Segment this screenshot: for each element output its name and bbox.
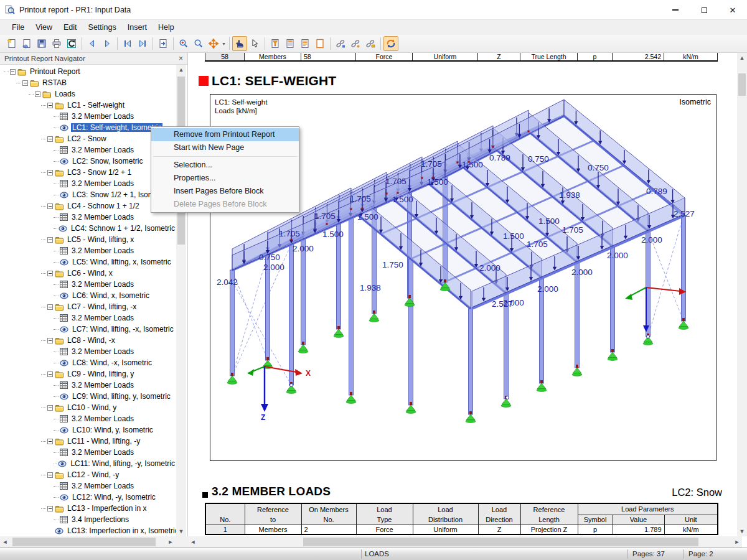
minimize-button[interactable] — [661, 0, 690, 20]
tree-item-view[interactable]: LC9: Wind, lifting, y, Isometric — [0, 391, 176, 402]
tree-item-folder[interactable]: LC4 - Schnow 1 + 1/2 — [0, 200, 176, 212]
menu-file[interactable]: File — [6, 21, 30, 34]
tree-item-view[interactable]: LC3: Snow 1/2 + 1, Isometric — [0, 189, 176, 200]
tree-item-table[interactable]: 3.2 Member Loads — [0, 144, 176, 156]
goto-page-button[interactable] — [156, 36, 171, 51]
tree-item-folder[interactable]: LC9 - Wind, lifting, y — [0, 368, 176, 380]
context-menu-item-remove-from-printout-report[interactable]: Remove from Printout Report — [151, 128, 299, 141]
close-button[interactable]: ✕ — [718, 0, 747, 20]
tree-item-table[interactable]: 3.2 Member Loads — [0, 245, 176, 256]
select-arrow-button[interactable] — [247, 36, 262, 51]
doc-header-button[interactable] — [283, 36, 298, 51]
tree-expander-collapse-icon[interactable] — [47, 304, 53, 310]
tree-item-folder[interactable]: LC13 - Imperfection in x — [0, 503, 176, 514]
tree-expander-collapse-icon[interactable] — [47, 439, 53, 444]
tree-item-folder[interactable]: LC5 - Wind, lifting, x — [0, 234, 176, 245]
tree-item-table[interactable]: 3.2 Member Loads — [0, 346, 176, 357]
sync-report-button[interactable] — [383, 36, 398, 51]
tree-item-table[interactable]: 3.2 Member Loads — [0, 413, 176, 424]
update-report-button[interactable] — [64, 36, 79, 51]
tree-item-view[interactable]: LC13: Imperfection in x, Isometric — [0, 525, 176, 536]
tree-item-view[interactable]: LC11: Wind, lifting, -y, Isometric — [0, 458, 176, 469]
doc-layout-button[interactable] — [298, 36, 312, 51]
tree-expander-collapse-icon[interactable] — [47, 103, 53, 108]
tree-item-view[interactable]: LC10: Wind, y, Isometric — [0, 424, 176, 436]
tree-item-table[interactable]: 3.4 Imperfections — [0, 514, 176, 525]
tree-item-view[interactable]: LC5: Wind, lifting, x, Isometric — [0, 256, 176, 268]
tree-item-table[interactable]: 3.2 Member Loads — [0, 212, 176, 223]
tree-item-view[interactable]: LC6: Wind, x, Isometric — [0, 290, 176, 301]
tree-item-table[interactable]: 3.2 Member Loads — [0, 312, 176, 324]
tree-item-view[interactable]: LC4: Schnow 1 + 1/2, Isometric — [0, 223, 176, 234]
first-page-button[interactable] — [120, 36, 135, 51]
report-vertical-scrollbar[interactable] — [737, 53, 747, 536]
tree-expander-collapse-icon[interactable] — [47, 472, 53, 478]
tree-item-folder[interactable]: Loads — [0, 88, 176, 100]
new-report-button[interactable] — [4, 36, 19, 51]
report-scroll-up-icon[interactable]: ▲ — [737, 53, 747, 63]
nav-forward-button[interactable] — [100, 36, 115, 51]
tree-item-table[interactable]: 3.2 Member Loads — [0, 111, 176, 122]
report-scroll-right-icon[interactable]: ► — [732, 536, 742, 548]
maximize-button[interactable] — [690, 0, 718, 20]
hand-tool-button[interactable] — [232, 36, 247, 51]
context-menu-item-properties[interactable]: Properties... — [151, 172, 299, 185]
tree-item-folder[interactable]: LC11 - Wind, lifting, -y — [0, 436, 176, 447]
pan-mode-button[interactable] — [206, 36, 221, 51]
menu-view[interactable]: View — [30, 21, 58, 34]
menu-settings[interactable]: Settings — [83, 21, 122, 34]
pan-mode-dropdown-icon[interactable]: ▾ — [221, 36, 227, 51]
tree-expander-collapse-icon[interactable] — [47, 203, 53, 209]
context-menu-item-insert-pages-before-block[interactable]: Insert Pages Before Block — [151, 185, 299, 198]
tree-expander-collapse-icon[interactable] — [47, 506, 53, 511]
link-lock-button[interactable] — [363, 36, 378, 51]
tree-item-folder[interactable]: LC1 - Self-weight — [0, 100, 176, 111]
filter-blocks-button[interactable] — [268, 36, 283, 51]
tree-item-view[interactable]: LC12: Wind, -y, Isometric — [0, 492, 176, 503]
navigator-close-icon[interactable]: × — [179, 54, 183, 63]
tree-item-view[interactable]: LC2: Snow, Isometric — [0, 156, 176, 167]
save-button[interactable] — [34, 36, 49, 51]
tree-item-folder[interactable]: LC2 - Snow — [0, 133, 176, 144]
report-hscroll-thumb[interactable] — [303, 538, 698, 546]
tree-item-folder[interactable]: LC10 - Wind, y — [0, 402, 176, 413]
tree-expander-collapse-icon[interactable] — [47, 237, 53, 243]
tree-item-folder[interactable]: LC6 - Wind, x — [0, 268, 176, 279]
context-menu-item-start-with-new-page[interactable]: Start with New Page — [151, 141, 299, 154]
tree-expander-collapse-icon[interactable] — [22, 80, 28, 86]
tree-expander-collapse-icon[interactable] — [47, 170, 53, 175]
tree-item-table[interactable]: 3.2 Member Loads — [0, 380, 176, 391]
zoom-in-button[interactable] — [176, 36, 191, 51]
nav-back-button[interactable] — [85, 36, 100, 51]
tree-expander-collapse-icon[interactable] — [47, 405, 53, 411]
report-scroll-left-icon[interactable]: ◄ — [188, 536, 198, 548]
tree-item-folder[interactable]: LC3 - Snow 1/2 + 1 — [0, 167, 176, 178]
tree-item-view[interactable]: LC7: Wind, lifting, -x, Isometric — [0, 324, 176, 335]
last-page-button[interactable] — [135, 36, 150, 51]
tree-item-view[interactable]: LC1: Self-weight, Isometric — [0, 122, 176, 133]
zoom-out-button[interactable] — [191, 36, 206, 51]
tree-hscroll-thumb[interactable] — [12, 538, 156, 546]
tree-scroll-up-icon[interactable]: ▲ — [176, 65, 186, 75]
tree-item-folder[interactable]: LC12 - Wind, -y — [0, 469, 176, 480]
print-button[interactable] — [49, 36, 64, 51]
tree-item-table[interactable]: 3.2 Member Loads — [0, 447, 176, 458]
report-scroll-down-icon[interactable]: ▼ — [737, 526, 747, 536]
tree-expander-collapse-icon[interactable] — [10, 69, 16, 75]
tree-item-view[interactable]: LC8: Wind, -x, Isometric — [0, 357, 176, 368]
tree-expander-collapse-icon[interactable] — [47, 371, 53, 377]
tree-item-folder[interactable]: LC7 - Wind, lifting, -x — [0, 301, 176, 312]
tree-item-table[interactable]: 3.2 Member Loads — [0, 279, 176, 290]
menu-help[interactable]: Help — [153, 21, 180, 34]
report-vscroll-thumb[interactable] — [738, 73, 746, 96]
link-insert-button[interactable] — [333, 36, 348, 51]
link-edit-button[interactable] — [348, 36, 363, 51]
tree-scroll-right-icon[interactable]: ► — [166, 536, 176, 548]
tree-expander-collapse-icon[interactable] — [47, 338, 53, 343]
tree-item-table[interactable]: 3.2 Member Loads — [0, 178, 176, 189]
tree-item-folder[interactable]: LC8 - Wind, -x — [0, 335, 176, 346]
context-menu-item-selection[interactable]: Selection... — [151, 159, 299, 172]
open-report-button[interactable] — [19, 36, 34, 51]
tree-expander-collapse-icon[interactable] — [47, 136, 53, 142]
tree-item-table[interactable]: 3.2 Member Loads — [0, 480, 176, 492]
